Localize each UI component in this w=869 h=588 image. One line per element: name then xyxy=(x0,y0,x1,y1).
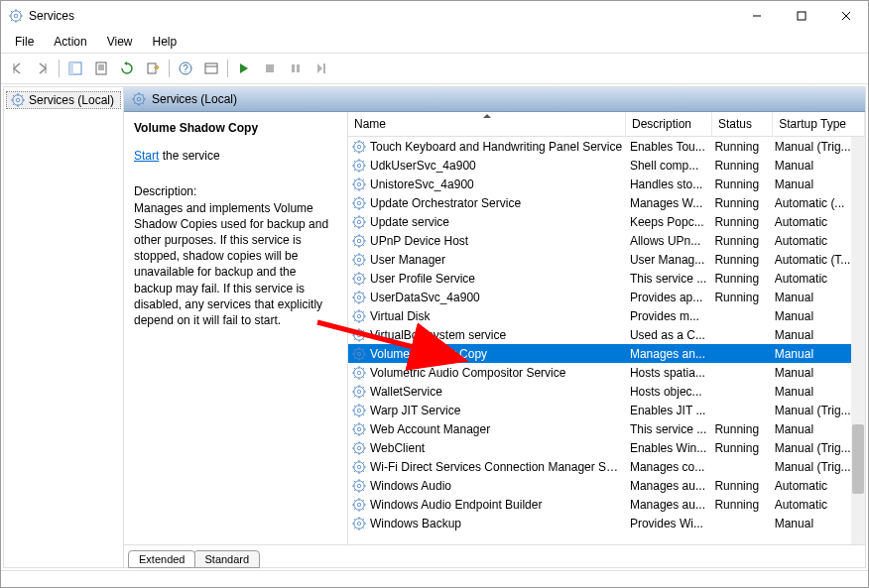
tree-pane[interactable]: Services (Local) xyxy=(4,87,124,567)
start-service-button[interactable] xyxy=(232,57,256,80)
cell-description: Keeps Popc... xyxy=(630,215,714,229)
menu-help[interactable]: Help xyxy=(143,33,187,51)
service-icon xyxy=(352,517,366,530)
service-row[interactable]: Volumetric Audio Compositor ServiceHosts… xyxy=(348,363,865,382)
cell-description: Shell comp... xyxy=(630,159,714,173)
service-row[interactable]: Update Orchestrator ServiceManages W...R… xyxy=(348,193,865,212)
service-row[interactable]: UdkUserSvc_4a900Shell comp...RunningManu… xyxy=(348,156,865,175)
cell-name: Windows Backup xyxy=(370,517,630,530)
scrollbar-thumb[interactable] xyxy=(852,424,864,494)
menu-view[interactable]: View xyxy=(97,33,143,51)
tree-item-services-local[interactable]: Services (Local) xyxy=(6,91,121,109)
service-icon xyxy=(352,309,366,323)
menu-file[interactable]: File xyxy=(5,33,44,51)
window-title: Services xyxy=(29,9,734,23)
props-dialog-button[interactable] xyxy=(199,57,223,80)
tab-standard[interactable]: Standard xyxy=(193,550,260,568)
restart-service-button[interactable] xyxy=(310,57,333,80)
show-hide-tree-button[interactable] xyxy=(63,57,87,80)
service-row[interactable]: Windows Audio Endpoint BuilderManages au… xyxy=(348,495,865,514)
service-icon xyxy=(352,253,366,267)
minimize-button[interactable] xyxy=(734,1,779,31)
service-icon xyxy=(352,441,366,455)
action-text: the service xyxy=(159,149,219,163)
nav-back-button[interactable] xyxy=(5,57,29,80)
service-icon xyxy=(352,422,366,436)
cell-name: Wi-Fi Direct Services Connection Manager… xyxy=(370,460,630,474)
service-row[interactable]: User ManagerUser Manag...RunningAutomati… xyxy=(348,250,865,269)
cell-name: Web Account Manager xyxy=(370,422,630,436)
title-bar[interactable]: Services xyxy=(1,1,868,31)
properties-button[interactable] xyxy=(89,57,113,80)
service-row[interactable]: Windows BackupProvides Wi...Manual xyxy=(348,514,865,532)
cell-status: Running xyxy=(714,196,774,210)
cell-name: Volumetric Audio Compositor Service xyxy=(370,366,630,380)
col-status[interactable]: Status xyxy=(712,112,773,136)
service-row[interactable]: VirtualBox system serviceUsed as a C...M… xyxy=(348,325,865,344)
list-body[interactable]: Touch Keyboard and Handwriting Panel Ser… xyxy=(348,137,865,544)
col-startup[interactable]: Startup Type xyxy=(773,112,865,136)
svg-rect-16 xyxy=(96,62,106,74)
service-row[interactable]: Touch Keyboard and Handwriting Panel Ser… xyxy=(348,137,865,156)
help-button[interactable]: ? xyxy=(174,57,197,80)
service-icon xyxy=(352,347,366,361)
pause-service-button[interactable] xyxy=(284,57,308,80)
nav-forward-button[interactable] xyxy=(31,57,55,80)
cell-name: WalletService xyxy=(370,385,630,399)
service-icon xyxy=(352,385,366,399)
cell-name: Windows Audio xyxy=(370,479,630,493)
cell-status: Running xyxy=(714,215,774,229)
stop-service-button[interactable] xyxy=(258,57,282,80)
svg-rect-11 xyxy=(798,12,806,20)
service-row[interactable]: UPnP Device HostAllows UPn...RunningAuto… xyxy=(348,231,865,250)
cell-name: VirtualBox system service xyxy=(370,328,630,342)
description-label: Description: xyxy=(134,183,337,199)
cell-name: Update Orchestrator Service xyxy=(370,196,630,210)
svg-rect-28 xyxy=(323,63,325,73)
tab-extended[interactable]: Extended xyxy=(128,550,195,568)
cell-description: Manages au... xyxy=(630,498,714,512)
tab-strip: Extended Standard xyxy=(124,544,865,567)
column-header-row: Name Description Status Startup Type xyxy=(348,112,865,137)
export-list-button[interactable] xyxy=(141,57,165,80)
service-icon xyxy=(352,328,366,342)
service-icon xyxy=(352,291,366,304)
cell-status: Running xyxy=(714,479,774,493)
service-row[interactable]: Volume Shadow CopyManages an...Manual xyxy=(348,344,865,363)
service-row[interactable]: WebClientEnables Win...RunningManual (Tr… xyxy=(348,438,865,457)
service-icon xyxy=(352,479,366,493)
close-button[interactable] xyxy=(823,1,868,31)
start-link[interactable]: Start xyxy=(134,149,159,163)
refresh-button[interactable] xyxy=(115,57,139,80)
cell-name: Virtual Disk xyxy=(370,309,630,323)
service-icon xyxy=(352,177,366,191)
col-name[interactable]: Name xyxy=(348,112,626,136)
cell-status: Running xyxy=(714,234,774,248)
service-row[interactable]: Web Account ManagerThis service ...Runni… xyxy=(348,419,865,438)
cell-description: Manages an... xyxy=(630,347,714,361)
cell-description: Enables JIT ... xyxy=(630,404,714,417)
detail-pane: Services (Local) Volume Shadow Copy Star… xyxy=(124,87,865,567)
menu-action[interactable]: Action xyxy=(44,33,96,51)
services-icon xyxy=(132,92,146,106)
service-row[interactable]: UserDataSvc_4a900Provides ap...RunningMa… xyxy=(348,288,865,306)
scrollbar[interactable] xyxy=(851,137,865,544)
service-row[interactable]: WalletServiceHosts objec...Manual xyxy=(348,382,865,401)
maximize-button[interactable] xyxy=(779,1,823,31)
col-description[interactable]: Description xyxy=(626,112,712,136)
cell-description: Provides Wi... xyxy=(630,517,714,530)
services-window: Services File Action View Help ? xyxy=(0,0,869,588)
service-row[interactable]: Virtual DiskProvides m...Manual xyxy=(348,306,865,325)
service-row[interactable]: Windows AudioManages au...RunningAutomat… xyxy=(348,476,865,495)
cell-name: User Manager xyxy=(370,253,630,267)
service-row[interactable]: Wi-Fi Direct Services Connection Manager… xyxy=(348,457,865,476)
description-pane: Volume Shadow Copy Start the service Des… xyxy=(124,112,347,544)
cell-description: This service ... xyxy=(630,422,714,436)
cell-description: Hosts spatia... xyxy=(630,366,714,380)
svg-rect-23 xyxy=(205,63,217,73)
service-row[interactable]: User Profile ServiceThis service ...Runn… xyxy=(348,269,865,288)
service-row[interactable]: UnistoreSvc_4a900Handles sto...RunningMa… xyxy=(348,175,865,193)
cell-name: User Profile Service xyxy=(370,272,630,286)
service-row[interactable]: Warp JIT ServiceEnables JIT ...Manual (T… xyxy=(348,401,865,419)
service-row[interactable]: Update serviceKeeps Popc...RunningAutoma… xyxy=(348,212,865,231)
